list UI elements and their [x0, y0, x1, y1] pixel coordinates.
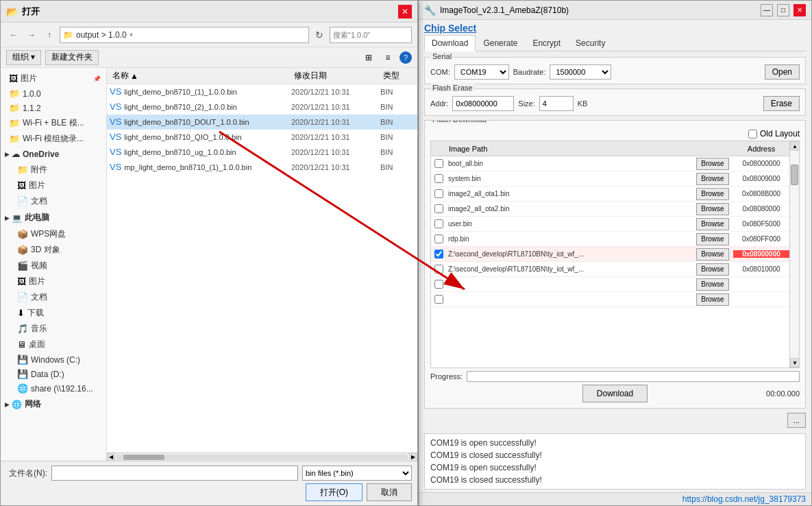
open-port-button[interactable]: Open	[765, 64, 800, 80]
col-type-header[interactable]: 类型	[380, 70, 415, 82]
filename-input[interactable]	[51, 466, 298, 481]
col-name-header[interactable]: 名称 ▲	[110, 70, 291, 82]
row4-check[interactable]	[431, 204, 446, 213]
view-details-button[interactable]: ≡	[380, 50, 395, 65]
sidebar-item-windows-c[interactable]: 💾 Windows (C:)	[1, 352, 106, 367]
row9-check[interactable]	[431, 280, 446, 289]
row5-checkbox[interactable]	[434, 219, 443, 228]
sidebar-item-attachments[interactable]: 📁 附件	[1, 162, 106, 178]
tab-encrypt[interactable]: Encrypt	[525, 35, 568, 51]
sidebar-item-wifi-ble[interactable]: 📁 Wi-Fi + BLE 模...	[1, 115, 106, 131]
scroll-left-btn[interactable]: ◀	[107, 453, 115, 461]
col-date-header[interactable]: 修改日期	[291, 70, 380, 82]
row9-browse-btn[interactable]: Browse	[696, 278, 728, 291]
help-button[interactable]: ?	[399, 51, 412, 64]
row6-check[interactable]	[431, 234, 446, 243]
erase-button[interactable]: Erase	[763, 96, 800, 111]
sidebar-item-wps[interactable]: 📦 WPS网盘	[1, 226, 106, 242]
sidebar-item-desktop[interactable]: 🖥 桌面	[1, 337, 106, 352]
row4-browse-btn[interactable]: Browse	[696, 203, 728, 215]
back-button[interactable]: ←	[6, 27, 21, 43]
scroll-down-btn[interactable]: ▼	[790, 358, 800, 368]
file-item[interactable]: VS light_demo_bn8710_QIO_1.0.0.bin 2020/…	[107, 130, 417, 145]
row10-browse-btn[interactable]: Browse	[696, 293, 728, 306]
row8-browse-btn[interactable]: Browse	[696, 263, 728, 276]
addr-input[interactable]	[452, 96, 514, 111]
file-name-3: light_demo_bn8710_DOUT_1.0.0.bin	[124, 118, 291, 126]
row6-browse-btn[interactable]: Browse	[696, 233, 728, 245]
view-toggle-button[interactable]: ⊞	[361, 50, 376, 65]
sidebar-item-photo[interactable]: 🖼 图片	[1, 274, 106, 289]
old-layout-checkbox[interactable]	[748, 130, 757, 138]
sidebar-item-data-d[interactable]: 💾 Data (D:)	[1, 367, 106, 381]
maximize-button[interactable]: □	[777, 4, 789, 16]
size-input[interactable]	[539, 96, 574, 111]
new-folder-button[interactable]: 新建文件夹	[45, 50, 99, 65]
address-bar[interactable]: 📁 output > 1.0.0 ▾	[60, 27, 309, 43]
row10-checkbox[interactable]	[434, 295, 443, 304]
file-item[interactable]: VS light_demo_bn8710_(2)_1.0.0.bin 2020/…	[107, 99, 417, 115]
scroll-up-btn[interactable]: ▲	[790, 141, 800, 151]
row7-check[interactable]	[431, 250, 446, 258]
tab-security[interactable]: Security	[568, 35, 613, 51]
row2-browse-btn[interactable]: Browse	[696, 173, 728, 185]
row10-check[interactable]	[431, 295, 446, 304]
more-button[interactable]: ...	[787, 413, 806, 428]
forward-button[interactable]: →	[24, 27, 39, 43]
sidebar-item-music[interactable]: 🎵 音乐	[1, 321, 106, 337]
row3-check[interactable]	[431, 189, 446, 198]
search-input[interactable]	[330, 27, 412, 43]
file-item-selected[interactable]: VS light_demo_bn8710_DOUT_1.0.0.bin 2020…	[107, 115, 417, 130]
organize-button[interactable]: 组织 ▾	[6, 50, 41, 65]
up-button[interactable]: ↑	[42, 27, 57, 43]
row7-browse-btn[interactable]: Browse	[696, 248, 728, 261]
file-item[interactable]: VS light_demo_bn8710_(1)_1.0.0.bin 2020/…	[107, 84, 417, 99]
sidebar-section-network[interactable]: ▸ 🌐 网络	[1, 396, 106, 413]
table-vertical-scrollbar[interactable]: ▲ ▼	[789, 141, 799, 368]
row4-checkbox[interactable]	[434, 204, 443, 213]
sidebar-item-docs[interactable]: 📄 文档	[1, 193, 106, 209]
sidebar-item-share[interactable]: 🌐 share (\\192.16...	[1, 381, 106, 396]
row5-check[interactable]	[431, 219, 446, 228]
cancel-button[interactable]: 取消	[367, 483, 412, 501]
tab-generate[interactable]: Generate	[476, 35, 525, 51]
tab-download[interactable]: Download	[424, 35, 476, 51]
window-close-button[interactable]: ✕	[793, 4, 806, 16]
row9-checkbox[interactable]	[434, 280, 443, 289]
sidebar-item-pictures[interactable]: 🖼 图片 📌	[1, 71, 106, 86]
sidebar-item-3d[interactable]: 📦 3D 对象	[1, 242, 106, 258]
dialog-close-button[interactable]: ✕	[398, 5, 412, 19]
refresh-button[interactable]: ↻	[312, 27, 327, 43]
baudrate-select[interactable]: 1500000	[550, 64, 611, 80]
sidebar-item-wifi-module[interactable]: 📁 Wi-Fi 模组烧录...	[1, 131, 106, 147]
row3-browse-btn[interactable]: Browse	[696, 188, 728, 200]
filetype-select[interactable]: bin files (*.bin)	[302, 466, 412, 481]
row7-checkbox[interactable]	[434, 250, 443, 258]
row1-checkbox[interactable]	[434, 159, 443, 168]
row2-check[interactable]	[431, 174, 446, 183]
sidebar-item-downloads[interactable]: ⬇ 下载	[1, 305, 106, 321]
file-item[interactable]: VS light_demo_bn8710_ug_1.0.0.bin 2020/1…	[107, 145, 417, 160]
download-button[interactable]: Download	[582, 385, 648, 402]
sidebar-item-images[interactable]: 🖼 图片	[1, 178, 106, 193]
row8-checkbox[interactable]	[434, 265, 443, 274]
minimize-button[interactable]: —	[761, 4, 773, 16]
row6-checkbox[interactable]	[434, 234, 443, 243]
sidebar-item-document[interactable]: 📄 文档	[1, 289, 106, 305]
row5-browse-btn[interactable]: Browse	[696, 218, 728, 230]
row8-check[interactable]	[431, 265, 446, 274]
row2-checkbox[interactable]	[434, 174, 443, 183]
row1-browse-btn[interactable]: Browse	[696, 158, 728, 170]
open-button[interactable]: 打开(O)	[306, 483, 362, 501]
com-select[interactable]: COM19	[454, 64, 509, 80]
sidebar-item-112[interactable]: 📁 1.1.2	[1, 101, 106, 115]
file-item[interactable]: VS mp_light_demo_bn8710_(1)_1.0.0.bin 20…	[107, 160, 417, 175]
sidebar-section-onedrive[interactable]: ▸ ☁ OneDrive	[1, 147, 106, 162]
sidebar-section-mypc[interactable]: ▸ 💻 此电脑	[1, 209, 106, 226]
scroll-right-btn[interactable]: ▶	[409, 453, 417, 461]
horizontal-scrollbar[interactable]: ◀ ▶	[107, 453, 417, 461]
sidebar-item-video[interactable]: 🎬 视频	[1, 258, 106, 274]
row3-checkbox[interactable]	[434, 189, 443, 198]
row1-check[interactable]	[431, 159, 446, 168]
sidebar-item-100[interactable]: 📁 1.0.0	[1, 86, 106, 101]
